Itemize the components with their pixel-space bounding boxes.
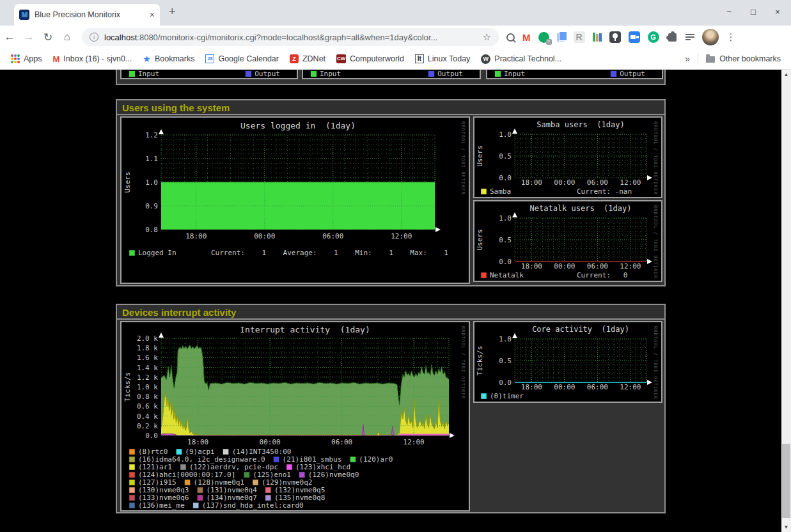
svg-text:Current: -nan: Current: -nan xyxy=(577,187,632,196)
forward-icon[interactable]: → xyxy=(19,31,38,43)
bookmarks-separator xyxy=(698,53,698,65)
svg-text:(0)timer: (0)timer xyxy=(490,392,524,400)
scrollbar-down-icon[interactable]: ▼ xyxy=(781,522,791,532)
svg-text:Users: Users xyxy=(476,229,484,250)
bookmark-inbox[interactable]: M Inbox (16) - sjvn0... xyxy=(53,54,132,64)
extensions-puzzle-icon[interactable] xyxy=(668,33,677,42)
scrollbar-up-icon[interactable]: ▲ xyxy=(781,70,791,79)
interrupt-activity-graph[interactable]: 0.00.2 k0.4 k0.6 k0.8 k1.0 k1.2 k1.4 k1.… xyxy=(120,321,470,512)
netatalk-users-graph[interactable]: 0.00.51.018:0000:0006:0012:00Netatalk us… xyxy=(473,200,662,282)
section-interrupts-title: Devices interrupt activity xyxy=(117,305,664,320)
browser-tab[interactable]: M Blue Precision Monitorix × xyxy=(14,4,160,26)
grammarly-extension-icon[interactable]: G xyxy=(648,31,659,43)
network-graph-panel-2[interactable]: Input Output xyxy=(302,70,481,79)
svg-text:00:00: 00:00 xyxy=(554,383,575,391)
bookmark-practical-technology[interactable]: W Practical Technol... xyxy=(481,54,561,64)
users-logged-in-graph[interactable]: 0.80.91.01.11.218:0000:0006:0012:00Users… xyxy=(120,116,470,284)
hangouts-extension-icon[interactable]: ? xyxy=(538,32,549,43)
lightbulb-extension-icon[interactable] xyxy=(609,31,621,43)
svg-text:0.8 k: 0.8 k xyxy=(137,393,158,401)
svg-text:Netatalk: Netatalk xyxy=(490,271,524,279)
svg-text:RRDTOOL / TOBI OETIKER: RRDTOOL / TOBI OETIKER xyxy=(653,205,658,279)
svg-text:12:00: 12:00 xyxy=(620,178,641,187)
reload-icon[interactable]: ↻ xyxy=(38,31,58,44)
svg-text:Users: Users xyxy=(123,171,132,192)
samba-users-graph[interactable]: 0.00.51.018:0000:0006:0012:00Samba users… xyxy=(473,116,662,198)
output-legend-square xyxy=(246,71,251,77)
svg-text:RRDTOOL / TOBI OETIKER: RRDTOOL / TOBI OETIKER xyxy=(460,121,466,195)
gmail-extension-icon[interactable]: M xyxy=(522,32,531,43)
svg-text:Logged In: Logged In xyxy=(138,249,176,257)
svg-text:06:00: 06:00 xyxy=(587,262,608,270)
apps-grid-icon xyxy=(11,54,20,63)
zoom-camera-extension-icon[interactable] xyxy=(629,31,640,43)
r-extension-icon[interactable]: R xyxy=(574,31,585,43)
svg-text:1.0: 1.0 xyxy=(145,178,158,187)
network-section-cutoff: Input Output Input Output Input Output xyxy=(116,70,666,85)
input-legend-square xyxy=(311,71,317,77)
minimize-button[interactable]: − xyxy=(724,7,733,17)
svg-text:00:00: 00:00 xyxy=(260,438,281,446)
svg-text:Samba: Samba xyxy=(490,187,511,196)
svg-text:06:00: 06:00 xyxy=(587,383,608,391)
wordpress-icon: W xyxy=(481,54,490,64)
input-legend-label: Input xyxy=(320,70,341,78)
section-users: Users using the system 0.80.91.01.11.218… xyxy=(116,99,666,286)
svg-text:18:00: 18:00 xyxy=(187,438,208,446)
svg-text:0.5: 0.5 xyxy=(499,236,512,244)
new-tab-button[interactable]: + xyxy=(169,5,176,19)
svg-text:00:00: 00:00 xyxy=(254,232,275,240)
search-extension-icon[interactable] xyxy=(506,33,515,42)
copy-pages-extension-icon[interactable] xyxy=(557,33,564,42)
svg-text:0.4 k: 0.4 k xyxy=(137,412,158,421)
network-graph-panel-1[interactable]: Input Output xyxy=(120,70,298,79)
bookmark-google-calendar[interactable]: 28 Google Calendar xyxy=(205,54,279,63)
output-legend-square xyxy=(611,71,616,77)
bookmarks-bar: Apps M Inbox (16) - sjvn0... ★ Bookmarks… xyxy=(0,49,791,70)
books-extension-icon[interactable] xyxy=(593,33,602,42)
close-button[interactable]: × xyxy=(773,7,782,17)
bookmark-apps[interactable]: Apps xyxy=(11,54,42,63)
output-legend-label: Output xyxy=(620,70,645,78)
section-users-title: Users using the system xyxy=(117,100,664,115)
svg-text:1.6 k: 1.6 k xyxy=(137,354,158,362)
computerworld-icon: CW xyxy=(336,54,346,63)
svg-text:(126)nvme0q0: (126)nvme0q0 xyxy=(308,471,359,479)
page-scrollbar[interactable]: ▲ ▼ xyxy=(781,70,791,532)
playlist-extension-icon[interactable] xyxy=(685,34,694,40)
bookmark-zdnet[interactable]: Z ZDNet xyxy=(290,54,325,63)
svg-text:0.9: 0.9 xyxy=(145,202,158,210)
bookmark-bookmarks[interactable]: ★ Bookmarks xyxy=(143,54,194,64)
svg-text:00:00: 00:00 xyxy=(554,262,575,270)
other-bookmarks-button[interactable]: Other bookmarks xyxy=(706,54,781,63)
input-legend-square xyxy=(495,71,501,77)
svg-text:(120)ar0: (120)ar0 xyxy=(359,455,393,464)
network-graph-panel-3[interactable]: Input Output xyxy=(486,70,663,79)
maximize-button[interactable]: □ xyxy=(749,7,758,17)
section-interrupts: Devices interrupt activity 0.00.2 k0.4 k… xyxy=(116,304,666,513)
home-icon[interactable]: ⌂ xyxy=(58,31,77,43)
monitorix-favicon-icon: M xyxy=(19,10,29,20)
browser-menu-icon[interactable]: ⋮ xyxy=(726,31,736,43)
calendar-icon: 28 xyxy=(205,54,214,63)
input-legend-label: Input xyxy=(138,70,159,78)
profile-avatar[interactable] xyxy=(702,29,719,45)
svg-text:1.1: 1.1 xyxy=(145,155,158,163)
bookmarks-overflow-icon[interactable]: » xyxy=(685,54,690,64)
bookmark-computerworld[interactable]: CW Computerworld xyxy=(336,54,404,63)
page-info-icon[interactable]: i xyxy=(90,33,98,42)
output-legend-label: Output xyxy=(255,70,280,78)
tab-close-icon[interactable]: × xyxy=(150,10,155,20)
url-text[interactable]: localhost:8080/monitorix-cgi/monitorix.c… xyxy=(104,33,483,42)
address-bar[interactable]: i localhost:8080/monitorix-cgi/monitorix… xyxy=(82,28,499,46)
svg-text:0.8: 0.8 xyxy=(145,226,158,234)
scrollbar-thumb[interactable] xyxy=(782,444,790,518)
linux-today-icon: lt xyxy=(415,54,424,63)
svg-text:1.0 k: 1.0 k xyxy=(137,383,158,391)
back-icon[interactable]: ← xyxy=(0,31,19,43)
bookmark-linux-today[interactable]: lt Linux Today xyxy=(415,54,471,63)
svg-text:RRDTOOL / TOBI OETIKER: RRDTOOL / TOBI OETIKER xyxy=(460,326,466,400)
svg-text:1.8 k: 1.8 k xyxy=(137,344,158,352)
bookmark-star-icon[interactable]: ☆ xyxy=(483,31,491,43)
core-activity-graph[interactable]: 0.00.51.018:0000:0006:0012:00Core activi… xyxy=(473,321,662,403)
